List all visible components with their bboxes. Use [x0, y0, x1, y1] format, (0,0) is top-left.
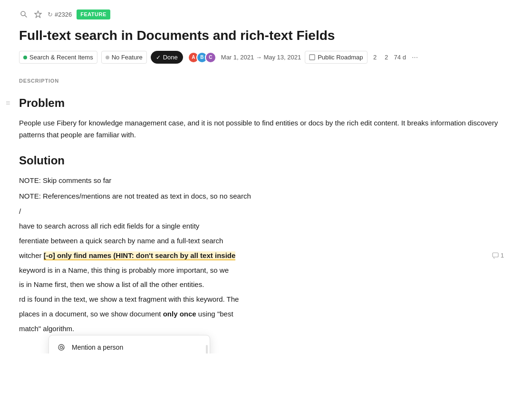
days-count: 74 d — [394, 53, 406, 62]
search-icon[interactable] — [19, 10, 29, 19]
note-1: NOTE: Skip comments so far — [19, 175, 504, 187]
date-range: Mar 1, 2021 → May 13, 2021 — [221, 53, 301, 62]
slash-line: / — [19, 206, 504, 217]
more-menu-button[interactable]: ··· — [410, 52, 420, 63]
svg-line-1 — [25, 16, 27, 18]
avatars: A B C — [188, 52, 216, 63]
line-2: ferentiate between a quick search by nam… — [19, 235, 504, 247]
dropdown-item-mention[interactable]: Mention a person — [49, 338, 210, 354]
main-content: ≡ Problem People use Fibery for knowledg… — [19, 95, 504, 335]
mention-icon — [57, 343, 66, 352]
insert-menu: Mention a person Insert View Document In… — [48, 335, 210, 354]
solution-lines: have to search across all rich edit fiel… — [19, 220, 504, 334]
status-done[interactable]: ✓ Done — [151, 51, 183, 64]
description-label: DESCRIPTION — [19, 77, 504, 85]
meta-row: Search & Recent Items No Feature ✓ Done … — [19, 51, 504, 64]
top-bar: ↻ #2326 FEATURE — [19, 8, 504, 19]
note-2: NOTE: References/mentions are not treate… — [19, 191, 504, 202]
line-1: have to search across all rich edit fiel… — [19, 220, 504, 232]
problem-heading: Problem — [19, 95, 504, 112]
solution-heading: Solution — [19, 152, 504, 169]
page-title: Full-text search in Documents and rich-t… — [19, 27, 504, 44]
roadmap-tag[interactable]: Public Roadmap — [305, 51, 367, 64]
issue-number: ↻ #2326 — [48, 10, 72, 19]
count-1: 2 — [371, 53, 379, 62]
comment-badge[interactable]: 1 — [492, 251, 504, 260]
svg-line-29 — [494, 258, 494, 258]
problem-text: People use Fibery for knowledge manageme… — [19, 117, 504, 141]
check-icon: ✓ — [156, 53, 161, 62]
line-5: is in Name first, then we show a list of… — [19, 279, 504, 291]
svg-point-4 — [58, 344, 64, 350]
line-7: places in a document, so we show documen… — [19, 308, 504, 320]
count-2: 2 — [383, 53, 390, 62]
tag-search-recent[interactable]: Search & Recent Items — [19, 51, 97, 64]
scrollbar[interactable] — [206, 345, 208, 354]
svg-point-5 — [60, 346, 63, 349]
tag-dot-1 — [23, 56, 27, 59]
tag-dot-2 — [106, 56, 109, 59]
line-3-row: witcher [-o] only find names (HINT: don'… — [19, 250, 504, 262]
page-container: ↻ #2326 FEATURE Full-text search in Docu… — [0, 0, 523, 353]
line-8: match" algorithm. — [19, 323, 504, 335]
svg-point-0 — [21, 11, 25, 16]
star-icon[interactable] — [33, 10, 43, 19]
line-3: witcher [-o] only find names (HINT: don'… — [19, 250, 492, 262]
svg-marker-2 — [35, 11, 41, 18]
line-6: rd is found in the text, we show a text … — [19, 294, 504, 305]
line-4: keyword is in a Name, this thing is prob… — [19, 265, 504, 277]
tag-no-feature[interactable]: No Feature — [101, 51, 147, 64]
feature-badge: FEATURE — [77, 10, 110, 19]
svg-rect-3 — [310, 55, 315, 60]
svg-rect-28 — [493, 253, 498, 257]
mention-label: Mention a person — [72, 343, 123, 353]
block-handle[interactable]: ≡ — [6, 97, 10, 109]
avatar-3: C — [205, 52, 216, 63]
highlighted-text: [-o] only find names (HINT: don't search… — [44, 251, 236, 260]
